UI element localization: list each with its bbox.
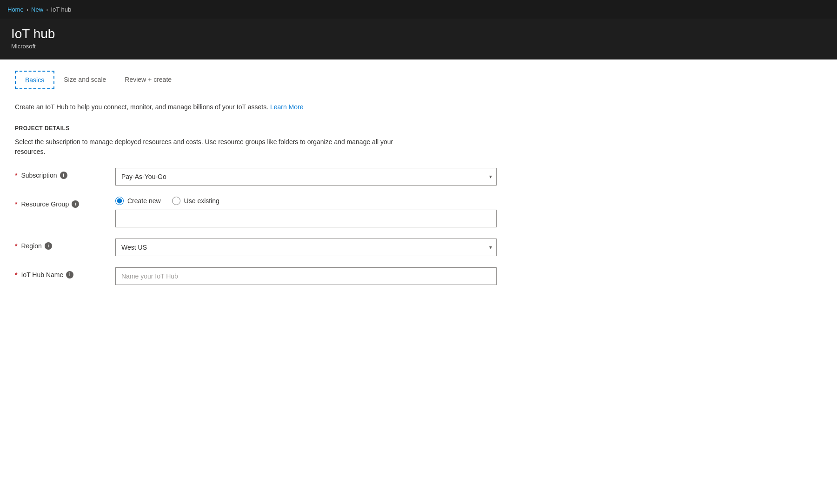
tabs-container: Basics Size and scale Review + create <box>15 71 636 89</box>
section-title: PROJECT DETAILS <box>15 125 636 132</box>
subscription-required: * <box>15 172 17 179</box>
resource-group-radio-group: Create new Use existing <box>115 197 497 205</box>
resource-group-required: * <box>15 200 17 208</box>
page-title: IoT hub <box>11 26 826 42</box>
region-info-icon[interactable]: i <box>45 242 52 250</box>
breadcrumb: Home › New › IoT hub <box>7 6 71 13</box>
page-header: IoT hub Microsoft <box>0 19 837 60</box>
iot-hub-name-label: * IoT Hub Name i <box>15 267 108 279</box>
use-existing-radio-label[interactable]: Use existing <box>172 197 219 205</box>
top-nav: Home › New › IoT hub <box>0 0 837 19</box>
tab-review-create[interactable]: Review + create <box>115 71 181 89</box>
create-new-radio[interactable] <box>115 197 124 205</box>
resource-group-label: * Resource Group i <box>15 197 108 208</box>
resource-group-control: Create new Use existing <box>115 197 497 227</box>
iot-hub-name-input[interactable] <box>115 267 497 285</box>
region-required: * <box>15 242 17 250</box>
region-select-wrapper: West US East US West Europe East Asia So… <box>115 239 497 256</box>
breadcrumb-new[interactable]: New <box>31 6 43 13</box>
iot-hub-name-required: * <box>15 271 17 279</box>
tab-basics[interactable]: Basics <box>15 71 54 89</box>
subscription-row: * Subscription i Pay-As-You-Go Free Tria… <box>15 168 636 186</box>
learn-more-link[interactable]: Learn More <box>270 103 304 111</box>
region-control: West US East US West Europe East Asia So… <box>115 239 497 256</box>
region-select[interactable]: West US East US West Europe East Asia So… <box>115 239 497 256</box>
subscription-select-wrapper: Pay-As-You-Go Free Trial Visual Studio E… <box>115 168 497 186</box>
region-row: * Region i West US East US West Europe E… <box>15 239 636 256</box>
subscription-info-icon[interactable]: i <box>60 172 67 179</box>
resource-group-row: * Resource Group i Create new Use existi… <box>15 197 636 227</box>
region-label: * Region i <box>15 239 108 250</box>
tab-size-scale[interactable]: Size and scale <box>54 71 115 89</box>
resource-group-info-icon[interactable]: i <box>72 200 79 208</box>
iot-hub-name-info-icon[interactable]: i <box>66 271 73 279</box>
main-content: Basics Size and scale Review + create Cr… <box>0 60 651 307</box>
breadcrumb-current: IoT hub <box>51 6 71 13</box>
create-new-radio-label[interactable]: Create new <box>115 197 161 205</box>
breadcrumb-sep-2: › <box>46 6 48 13</box>
resource-group-input[interactable] <box>115 210 497 227</box>
subscription-label: * Subscription i <box>15 168 108 179</box>
iot-hub-name-control <box>115 267 497 285</box>
section-description: Select the subscription to manage deploy… <box>15 137 396 157</box>
page-description: Create an IoT Hub to help you connect, m… <box>15 102 636 112</box>
breadcrumb-sep-1: › <box>27 6 28 13</box>
use-existing-radio[interactable] <box>172 197 180 205</box>
page-subtitle: Microsoft <box>11 43 826 50</box>
iot-hub-name-row: * IoT Hub Name i <box>15 267 636 285</box>
subscription-select[interactable]: Pay-As-You-Go Free Trial Visual Studio E… <box>115 168 497 186</box>
breadcrumb-home[interactable]: Home <box>7 6 24 13</box>
subscription-control: Pay-As-You-Go Free Trial Visual Studio E… <box>115 168 497 186</box>
